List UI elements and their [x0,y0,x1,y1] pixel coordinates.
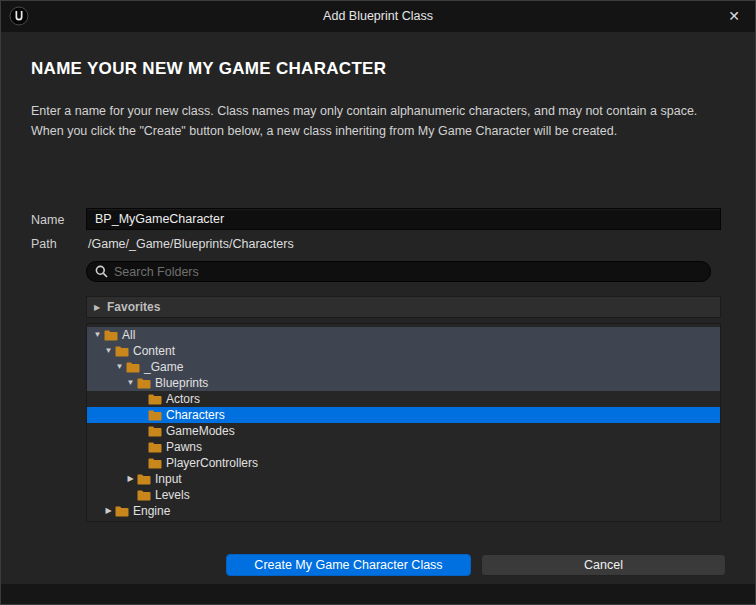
description: Enter a name for your new class. Class n… [31,101,737,141]
tree-item-label: PlayerControllers [166,455,258,471]
tree-item-label: Actors [166,391,200,407]
tree-item-gamemodes[interactable]: GameModes [87,423,720,439]
tree-item-label: Levels [155,487,190,503]
tree-item-playercontrollers[interactable]: PlayerControllers [87,455,720,471]
tree-item-content[interactable]: ▼Content [87,343,720,359]
folder-icon [148,410,162,421]
search-icon [95,265,108,278]
favorites-section-header[interactable]: ▶ Favorites [86,296,721,318]
tree-item-label: Pawns [166,439,202,455]
tree-item-blueprints[interactable]: ▼Blueprints [87,375,720,391]
tree-item-label: Content [133,343,175,359]
create-class-button[interactable]: Create My Game Character Class [226,554,471,576]
tree-item-label: Characters [166,407,225,423]
path-label: Path [31,237,57,251]
page-title: NAME YOUR NEW MY GAME CHARACTER [31,59,386,79]
tree-item-actors[interactable]: Actors [87,391,720,407]
class-name-input[interactable] [86,208,721,230]
folder-icon [115,506,129,517]
folder-icon [148,426,162,437]
folder-icon [137,378,151,389]
search-folders-box [86,261,711,282]
tree-item-all[interactable]: ▼All [87,327,720,343]
expander-expanded-icon[interactable]: ▼ [91,327,104,343]
tree-item-input[interactable]: ▶Input [87,471,720,487]
expander-expanded-icon[interactable]: ▼ [113,359,126,375]
add-blueprint-class-dialog: Add Blueprint Class ✕ NAME YOUR NEW MY G… [0,0,756,605]
dialog-content: NAME YOUR NEW MY GAME CHARACTER Enter a … [1,32,755,584]
expander-expanded-icon[interactable]: ▼ [124,375,137,391]
path-value: /Game/_Game/Blueprints/Characters [88,237,294,251]
tree-item-label: Engine [133,503,170,519]
tree-item-_game[interactable]: ▼_Game [87,359,720,375]
expander-expanded-icon[interactable]: ▼ [102,343,115,359]
favorites-label: Favorites [107,300,160,314]
folder-tree: ▼All▼Content▼_Game▼BlueprintsActorsChara… [86,323,721,522]
tree-item-engine[interactable]: ▶Engine [87,503,720,519]
name-label: Name [31,213,64,227]
folder-icon [148,394,162,405]
close-icon[interactable]: ✕ [725,7,743,25]
tree-item-label: GameModes [166,423,235,439]
tree-item-label: Blueprints [155,375,208,391]
description-line-1: Enter a name for your new class. Class n… [31,101,737,121]
search-folders-input[interactable] [114,265,702,279]
tree-item-characters[interactable]: Characters [87,407,720,423]
titlebar[interactable]: Add Blueprint Class ✕ [1,1,755,32]
folder-icon [126,362,140,373]
expander-collapsed-icon[interactable]: ▶ [102,503,115,519]
folder-icon [148,442,162,453]
folder-icon [137,490,151,501]
folder-icon [104,330,118,341]
expander-collapsed-icon[interactable]: ▶ [124,471,137,487]
tree-item-pawns[interactable]: Pawns [87,439,720,455]
cancel-button[interactable]: Cancel [481,554,726,576]
tree-item-label: All [122,327,135,343]
tree-item-levels[interactable]: Levels [87,487,720,503]
folder-icon [115,346,129,357]
folder-icon [148,458,162,469]
window-title: Add Blueprint Class [1,9,755,23]
expander-collapsed-icon[interactable]: ▶ [87,303,107,312]
folder-icon [137,474,151,485]
description-line-2: When you click the "Create" button below… [31,121,737,141]
tree-item-label: _Game [144,359,183,375]
tree-item-label: Input [155,471,182,487]
